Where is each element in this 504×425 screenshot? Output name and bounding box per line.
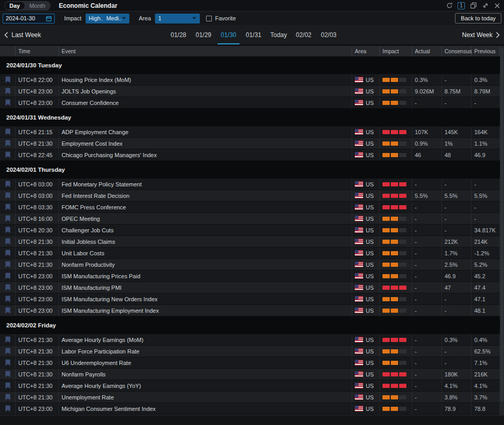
event-row[interactable]: UTC+8 23:00 Consumer Confidence US - - - — [0, 97, 500, 109]
weeknav-day[interactable]: Today — [266, 25, 291, 44]
bookmark-cell[interactable] — [0, 270, 16, 281]
bookmark-cell[interactable] — [0, 149, 16, 160]
bookmark-icon[interactable] — [5, 382, 10, 389]
bookmark-icon[interactable] — [5, 261, 10, 268]
bookmark-icon[interactable] — [5, 215, 10, 222]
event-row[interactable]: UTC+8 21:30 Initial Jobless Claims US - … — [0, 236, 500, 247]
favorite-checkbox[interactable] — [206, 16, 212, 21]
bookmark-icon[interactable] — [5, 405, 10, 412]
bookmark-cell[interactable] — [0, 247, 16, 258]
event-row[interactable]: UTC+8 23:00 ISM Manufacturing Employment… — [0, 305, 500, 316]
bookmark-icon[interactable] — [5, 394, 10, 400]
bookmark-cell[interactable] — [0, 97, 16, 108]
panel-count-icon[interactable]: 1 — [458, 2, 465, 9]
bookmark-icon[interactable] — [5, 371, 10, 377]
event-row[interactable]: UTC+8 03:00 Fed Monetary Policy Statemen… — [0, 179, 500, 190]
bookmark-cell[interactable] — [0, 236, 16, 247]
bookmark-cell[interactable] — [0, 179, 16, 190]
last-week-button[interactable]: Last Week — [4, 31, 41, 39]
bookmark-cell[interactable] — [0, 415, 16, 416]
event-row[interactable]: UTC+8 03:30 FOMC Press Conference US - -… — [0, 202, 500, 213]
bookmark-icon[interactable] — [5, 307, 10, 314]
event-row[interactable]: UTC+8 23:00 ISM Manufacturing PMI US - 4… — [0, 282, 500, 293]
event-row[interactable]: UTC+8 23:00 UoM 5-year Consumer Inflatio… — [0, 415, 500, 416]
bookmark-cell[interactable] — [0, 126, 16, 137]
tab-day[interactable]: Day — [5, 2, 25, 9]
date-picker[interactable]: 2024-01-30 — [3, 14, 55, 23]
scrollbar-thumb[interactable] — [500, 47, 503, 402]
bookmark-cell[interactable] — [0, 190, 16, 201]
weeknav-day[interactable]: 01/28 — [166, 25, 191, 44]
bookmark-icon[interactable] — [5, 227, 10, 233]
bookmark-cell[interactable] — [0, 202, 16, 212]
event-row[interactable]: UTC+8 21:15 ADP Employment Change US 107… — [0, 126, 500, 138]
event-row[interactable]: UTC+8 21:30 Labor Force Participation Ra… — [0, 346, 500, 357]
event-row[interactable]: UTC+8 21:30 Unemployment Rate US - 3.8% … — [0, 392, 500, 403]
refresh-icon[interactable] — [446, 2, 453, 9]
bookmark-cell[interactable] — [0, 138, 16, 149]
event-row[interactable]: UTC+8 21:30 Nonfarm Payrolls US - 180K 2… — [0, 369, 500, 380]
bookmark-cell[interactable] — [0, 74, 16, 85]
bookmark-cell[interactable] — [0, 346, 16, 357]
bookmark-cell[interactable] — [0, 369, 16, 380]
weeknav-day[interactable]: 01/31 — [241, 25, 266, 44]
weeknav-day[interactable]: 01/30 — [216, 25, 241, 44]
back-to-today-button[interactable]: Back to today — [455, 13, 501, 23]
expand-icon[interactable] — [482, 2, 489, 9]
close-icon[interactable] — [494, 2, 501, 9]
impact-dropdown[interactable]: High、Medi... — [86, 14, 129, 23]
event-row[interactable]: UTC+8 21:30 Average Hourly Earnings (YoY… — [0, 380, 500, 392]
event-row[interactable]: UTC+8 22:45 Chicago Purchasing Managers'… — [0, 149, 500, 161]
event-row[interactable]: UTC+8 21:30 Employment Cost Index US 0.9… — [0, 138, 500, 149]
bookmark-cell[interactable] — [0, 334, 16, 345]
bookmark-cell[interactable] — [0, 213, 16, 224]
bookmark-cell[interactable] — [0, 357, 16, 368]
bookmark-cell[interactable] — [0, 380, 16, 391]
bookmark-icon[interactable] — [5, 336, 10, 343]
bookmark-icon[interactable] — [5, 204, 10, 210]
vertical-scrollbar[interactable] — [500, 46, 504, 416]
event-row[interactable]: UTC+8 03:00 Fed Interest Rate Decision U… — [0, 190, 500, 202]
event-row[interactable]: UTC+8 21:30 Average Hourly Earnings (MoM… — [0, 334, 500, 346]
bookmark-cell[interactable] — [0, 293, 16, 304]
bookmark-icon[interactable] — [5, 128, 10, 135]
bookmark-cell[interactable] — [0, 403, 16, 414]
bookmark-icon[interactable] — [5, 238, 10, 245]
bookmark-cell[interactable] — [0, 305, 16, 316]
bookmark-icon[interactable] — [5, 151, 10, 158]
bookmark-icon[interactable] — [5, 359, 10, 366]
bookmark-icon[interactable] — [5, 273, 10, 279]
tab-month[interactable]: Month — [25, 2, 50, 9]
bookmark-icon[interactable] — [5, 181, 10, 187]
bookmark-icon[interactable] — [5, 348, 10, 355]
bookmark-icon[interactable] — [5, 296, 10, 302]
bookmark-icon[interactable] — [5, 192, 10, 199]
bookmark-icon[interactable] — [5, 284, 10, 291]
bookmark-cell[interactable] — [0, 86, 16, 97]
next-week-button[interactable]: Next Week — [462, 31, 500, 39]
event-row[interactable]: UTC+8 20:30 Challenger Job Cuts US - - 3… — [0, 225, 500, 236]
restore-window-icon[interactable] — [470, 2, 477, 9]
area-dropdown[interactable]: 1 — [155, 14, 200, 23]
event-row[interactable]: UTC+8 23:00 Michigan Consumer Sentiment … — [0, 403, 500, 415]
event-row[interactable]: UTC+8 23:00 ISM Manufacturing New Orders… — [0, 293, 500, 305]
event-row[interactable]: UTC+8 23:00 JOLTS Job Openings US 9.026M… — [0, 86, 500, 97]
bookmark-icon[interactable] — [5, 88, 10, 95]
event-row[interactable]: UTC+8 23:00 ISM Manufacturing Prices Pai… — [0, 270, 500, 282]
weeknav-day[interactable]: 01/29 — [191, 25, 216, 44]
bookmark-cell[interactable] — [0, 259, 16, 270]
weeknav-day[interactable]: 02/03 — [316, 25, 341, 44]
bookmark-icon[interactable] — [5, 76, 10, 83]
bookmark-cell[interactable] — [0, 392, 16, 403]
weeknav-day[interactable]: 02/02 — [291, 25, 316, 44]
event-row[interactable]: UTC+8 21:30 Unit Labor Costs US - 1.7% -… — [0, 247, 500, 259]
bookmark-icon[interactable] — [5, 140, 10, 147]
bookmark-cell[interactable] — [0, 225, 16, 235]
event-row[interactable]: UTC+8 16:00 OPEC Meeting US - - - — [0, 213, 500, 225]
bookmark-icon[interactable] — [5, 99, 10, 106]
event-row[interactable]: UTC+8 22:00 Housing Price Index (MoM) US… — [0, 74, 500, 86]
event-row[interactable]: UTC+8 21:30 U6 Underemployment Rate US -… — [0, 357, 500, 369]
event-row[interactable]: UTC+8 21:30 Nonfarm Productivity US - 2.… — [0, 259, 500, 270]
bookmark-icon[interactable] — [5, 250, 10, 256]
bookmark-cell[interactable] — [0, 282, 16, 293]
